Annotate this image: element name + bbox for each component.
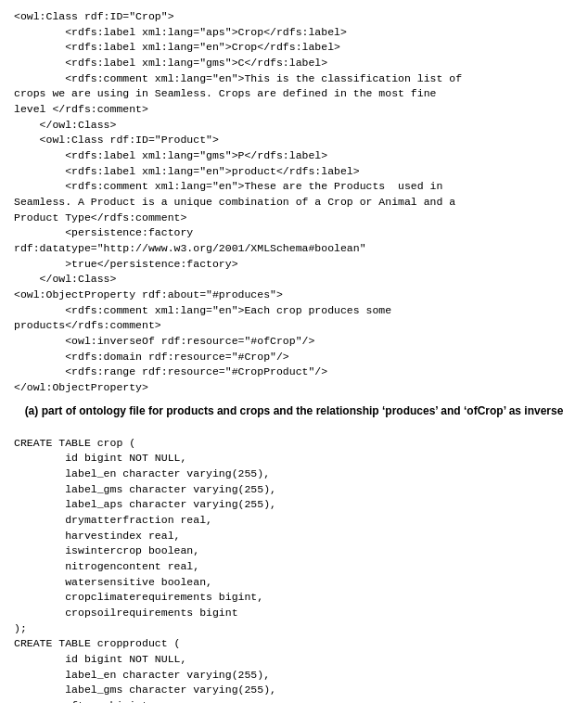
section-a: <owl:Class rdf:ID="Crop"> <rdfs:label xm… (14, 9, 574, 419)
section-b: CREATE TABLE crop ( id bigint NOT NULL, … (14, 436, 574, 703)
caption-a: (a) part of ontology file for products a… (14, 403, 574, 419)
code-block-b: CREATE TABLE crop ( id bigint NOT NULL, … (14, 436, 574, 703)
code-block-a: <owl:Class rdf:ID="Crop"> <rdfs:label xm… (14, 9, 574, 396)
